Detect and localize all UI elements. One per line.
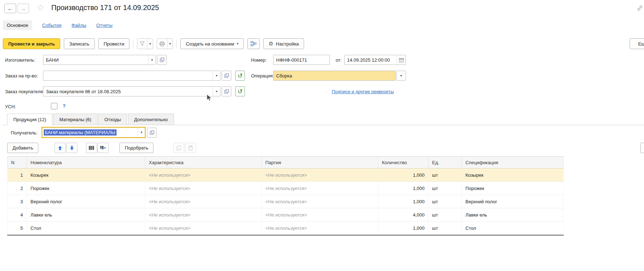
tab-materials[interactable]: Материалы (6) [53, 114, 97, 125]
customer-order-open-button[interactable] [222, 86, 231, 96]
barcode-scanner-button[interactable] [98, 143, 109, 153]
customer-order-input[interactable] [43, 87, 213, 96]
table-more-button[interactable] [640, 143, 644, 153]
production-order-input[interactable] [43, 71, 213, 80]
barcode-scanner-icon [100, 146, 106, 150]
nav-link-files[interactable]: Файлы [71, 23, 86, 28]
filter-split-button: ▾ [137, 38, 153, 49]
cell-quantity: 4,000 [378, 208, 428, 221]
cell-batch: <Не используется> [262, 168, 378, 181]
recipient-selected-text: БАНИ материалы (МАТЕРИАЛЫ [44, 129, 117, 136]
tab-waste[interactable]: Отходы [98, 114, 127, 125]
customer-order-dropdown-button[interactable]: ▾ [213, 87, 220, 96]
cell-quantity: 1,000 [378, 182, 428, 195]
favorite-star-icon[interactable]: ☆ [37, 3, 44, 12]
manufacturer-input[interactable] [43, 55, 148, 65]
signatures-link[interactable]: Подписи и другие реквизиты [332, 89, 394, 94]
production-order-fill-button[interactable]: ↺ [235, 71, 245, 81]
column-header-nomenclature[interactable]: Номенклатура [27, 157, 145, 168]
cell-specification: Козырек [462, 168, 564, 181]
related-documents-button[interactable] [247, 38, 260, 49]
chevron-down-icon: ▾ [169, 42, 171, 46]
cell-characteristic: <Не используется> [145, 222, 262, 234]
forward-button[interactable]: → [17, 4, 29, 13]
barcode-icon [89, 146, 94, 150]
toolbar-separator [133, 39, 133, 48]
mouse-cursor [207, 94, 214, 102]
cell-unit: шт [428, 168, 462, 181]
column-header-batch[interactable]: Партия [262, 157, 378, 168]
usn-checkbox[interactable] [51, 103, 57, 109]
cell-quantity: 1,000 [378, 222, 428, 234]
cell-nomenclature: Лавки ель [27, 208, 145, 221]
move-up-button[interactable] [55, 143, 66, 153]
post-and-close-button[interactable]: Провести и закрыть [3, 38, 60, 49]
customer-order-field: ▾ [43, 86, 221, 96]
toolbar-separator [176, 39, 177, 48]
nav-item-main[interactable]: Основное [3, 20, 32, 30]
column-header-n[interactable]: N [7, 157, 27, 168]
production-order-field: ▾ [43, 71, 221, 81]
filter-dropdown-button[interactable]: ▾ [147, 39, 153, 49]
production-order-dropdown-button[interactable]: ▾ [213, 71, 220, 80]
save-button[interactable]: Записать [64, 38, 95, 49]
print-button[interactable] [157, 39, 167, 49]
document-tabstrip: Продукция (12) Материалы (6) Отходы Допо… [3, 113, 644, 125]
tab-additional[interactable]: Дополнительно [128, 114, 174, 125]
manufacturer-open-button[interactable] [157, 55, 167, 65]
chevron-down-icon: ▾ [400, 74, 402, 77]
add-row-button[interactable]: Добавить [7, 143, 38, 153]
arrow-up-icon [58, 146, 62, 151]
production-order-open-button[interactable] [222, 71, 231, 81]
table-row[interactable]: 1 Козырек <Не используется> <Не использу… [7, 168, 564, 182]
pick-button[interactable]: Подобрать [119, 143, 153, 153]
calendar-button[interactable] [397, 55, 406, 65]
table-row[interactable]: 5 Стол <Не используется> <Не используетс… [7, 222, 564, 235]
settings-button[interactable]: ⚙ Настройка [263, 38, 304, 49]
recipient-dropdown-button[interactable]: ▾ [138, 128, 145, 137]
manufacturer-dropdown-button[interactable]: ▾ [148, 55, 156, 65]
nav-link-reports[interactable]: Отчеты [96, 23, 113, 28]
number-field [273, 55, 330, 65]
column-header-unit[interactable]: Ед. [428, 157, 462, 168]
cell-characteristic: <Не используется> [145, 208, 262, 221]
column-header-characteristic[interactable]: Характеристика [145, 157, 262, 168]
table-row[interactable]: 2 Порожек <Не используется> <Не использу… [7, 182, 564, 195]
usn-help-link[interactable]: ? [63, 103, 66, 109]
column-header-specification[interactable]: Спецификация [462, 157, 564, 168]
link-chain-icon[interactable] [637, 5, 643, 11]
copy-rows-button[interactable] [173, 143, 184, 153]
table-header-row: N Номенклатура Характеристика Партия Кол… [7, 156, 564, 168]
paste-rows-button[interactable] [185, 143, 196, 153]
customer-order-label: Заказ покупателя: [5, 89, 44, 94]
number-input[interactable] [274, 55, 330, 65]
manufacturer-label: Изготовитель: [5, 57, 35, 63]
back-button[interactable]: ← [4, 4, 16, 13]
arrow-down-icon [70, 146, 74, 151]
nav-link-events[interactable]: События [42, 23, 62, 28]
cell-specification: Стол [462, 222, 564, 234]
table-row[interactable]: 4 Лавки ель <Не используется> <Не исполь… [7, 208, 564, 222]
recipient-field[interactable]: БАНИ материалы (МАТЕРИАЛЫ ▾ [42, 127, 146, 138]
filter-button[interactable] [137, 39, 147, 49]
print-dropdown-button[interactable]: ▾ [167, 39, 173, 49]
cell-specification: Верхний полог [462, 195, 564, 208]
cell-batch: <Не используется> [262, 222, 378, 234]
table-row[interactable]: 3 Верхний полог <Не используется> <Не ис… [7, 195, 564, 208]
column-header-quantity[interactable]: Количество [378, 157, 428, 168]
fill-arrow-icon: ↺ [237, 73, 242, 79]
forward-arrow-icon: → [20, 5, 26, 11]
date-input[interactable] [345, 55, 397, 65]
barcode-button[interactable] [86, 143, 97, 153]
chevron-down-icon: ▾ [216, 90, 218, 93]
create-based-on-button[interactable]: Создать на основании ▾ [180, 38, 243, 49]
move-down-button[interactable] [66, 143, 77, 153]
tab-products[interactable]: Продукция (12) [7, 114, 52, 125]
customer-order-fill-button[interactable]: ↺ [235, 86, 245, 96]
operation-dropdown-button[interactable]: ▾ [396, 71, 406, 81]
cell-n: 4 [7, 208, 27, 221]
operation-input[interactable] [274, 71, 395, 80]
recipient-open-button[interactable] [147, 128, 157, 138]
post-button[interactable]: Провести [98, 38, 130, 49]
more-button[interactable]: Ещё [630, 38, 644, 49]
